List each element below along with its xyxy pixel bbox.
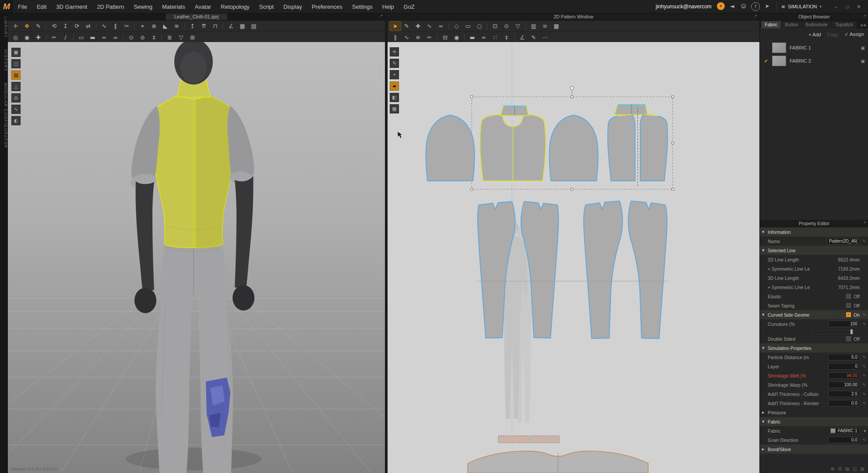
property-value[interactable]: 0 [828, 363, 860, 370]
tool-sew-edit-2d[interactable]: ✂ [424, 33, 435, 42]
edit-pencil-icon[interactable]: ▾ [860, 429, 866, 433]
property-value[interactable]: 7071.2mm [838, 285, 860, 290]
property-value[interactable]: 5.0 [828, 354, 860, 360]
status-snap-icon[interactable]: ⊟ [838, 466, 841, 471]
tool-annotation[interactable]: ✎ [528, 33, 539, 42]
tool-zipper-2d[interactable]: ‡ [501, 33, 512, 42]
property-value[interactable]: On [854, 312, 860, 318]
fabric-render-icon[interactable]: ▣ [861, 59, 865, 64]
speaker-icon[interactable]: ◄ [728, 2, 736, 10]
tool-show-grid-2d[interactable]: ▦ [390, 104, 399, 113]
edit-pencil-icon[interactable]: ✎ [860, 313, 866, 317]
tool-measure[interactable]: ∠ [226, 21, 236, 31]
tool-circle[interactable]: ○ [474, 21, 485, 31]
prop-thickness-render[interactable]: Add'l Thickness - Render 0.0 ✎ [760, 399, 868, 408]
prop-fabric[interactable]: Fabric FABRIC 1 ▾ [760, 426, 868, 435]
tabs-scroll-right[interactable]: ▶ [864, 23, 867, 27]
garment-top[interactable] [149, 94, 237, 249]
fabric-item-2[interactable]: ✔ FABRIC 2 ▣ [760, 54, 868, 67]
tool-grain-line[interactable]: ⋯ [540, 33, 550, 42]
tool-lift-up[interactable]: ↥ [187, 21, 198, 31]
tool-bind[interactable]: ∞ [110, 33, 121, 42]
edit-pencil-icon[interactable]: ✎ [860, 364, 866, 369]
tool-dart[interactable]: ▽ [176, 33, 187, 42]
menu-avatar[interactable]: Avatar [190, 0, 216, 13]
tool-tape-a[interactable]: ▭ [76, 33, 87, 42]
menu-sewing[interactable]: Sewing [129, 0, 157, 13]
tool-knife[interactable]: ∕ [60, 33, 71, 42]
tool-sew-segment[interactable]: ∥ [110, 21, 121, 31]
pattern-piece-sleeve-left[interactable] [426, 115, 474, 181]
tool-sew-edit[interactable]: ✂ [121, 21, 132, 31]
section-curved-side-geometry[interactable]: ▼ Curved Side Geome ✓ On ✎ [760, 310, 868, 319]
tool-show-avatar[interactable]: ◫ [11, 59, 21, 68]
prop-3d-line-length[interactable]: 3D Line Length 6433.2mm [760, 273, 868, 282]
tool-sew-mn[interactable]: ≋ [413, 33, 423, 42]
rail-library[interactable]: LIBRARY [2, 17, 8, 38]
checkbox[interactable] [846, 294, 851, 299]
menu-3d-garment[interactable]: 3D Garment [51, 0, 92, 13]
property-value[interactable]: 100.00 [828, 381, 860, 388]
tool-tape-b[interactable]: ▬ [87, 33, 98, 42]
pattern-piece-waistband-left[interactable] [498, 436, 529, 443]
maximize-button[interactable]: □ [843, 2, 852, 11]
section-information[interactable]: ▼ Information [760, 227, 868, 236]
prop-2d-line-length[interactable]: 2D Line Length 6522.4mm [760, 255, 868, 264]
menu-settings[interactable]: Settings [347, 0, 378, 13]
tool-pin-box[interactable]: ◎ [10, 33, 21, 42]
rail-history[interactable]: HISTORY [2, 49, 8, 71]
tool-internal-circle[interactable]: ⊙ [501, 21, 512, 31]
pattern-piece-hem-band[interactable] [468, 451, 648, 473]
tool-render-style[interactable]: ◐ [11, 116, 21, 125]
prop-curvature-slider[interactable] [760, 328, 868, 334]
tool-show-pins[interactable]: ◎ [11, 93, 21, 102]
tool-sync[interactable]: ⟳ [71, 21, 82, 31]
prop-particle-distance[interactable]: Particle Distance (m 5.0 ✎ [760, 353, 868, 362]
tool-pattern-color[interactable]: ◧ [390, 93, 399, 102]
copy-fabric-button[interactable]: Copy [827, 32, 839, 37]
menu-display[interactable]: Display [279, 0, 307, 13]
property-value[interactable]: 100 [828, 321, 860, 327]
tab-topstitch[interactable]: Topstitch [832, 21, 857, 28]
tool-detach[interactable]: ⊟ [440, 33, 451, 42]
edit-pencil-icon[interactable]: ✎ [860, 438, 866, 442]
close-button[interactable]: ✕ [854, 2, 864, 11]
tool-scissors[interactable]: ✂ [49, 33, 60, 42]
tool-pen-2d[interactable]: ✎ [390, 59, 399, 68]
prop-elastic[interactable]: Elastic Off [760, 292, 868, 301]
menu-preferences[interactable]: Preferences [307, 0, 347, 13]
property-value[interactable]: 6522.4mm [838, 257, 860, 262]
property-value[interactable]: 0.0 [828, 400, 860, 406]
add-fabric-button[interactable]: + Add [808, 32, 821, 37]
tool-edit-curve[interactable]: ∿ [424, 21, 435, 31]
tool-tack[interactable]: ⊕ [148, 21, 159, 31]
pattern-piece-waistband-right[interactable] [530, 436, 559, 443]
prop-2d-symmetric-line-length[interactable]: + Symmetric Line Le 7193.2mm [760, 264, 868, 273]
tab-fabric[interactable]: Fabric [761, 21, 781, 28]
property-value[interactable]: FABRIC 1 [828, 427, 860, 434]
minimize-button[interactable]: – [831, 2, 841, 11]
avatar-pants[interactable] [156, 239, 233, 473]
tool-select-move[interactable]: ✥ [21, 21, 32, 31]
tool-seam-allowance[interactable]: ≡ [540, 21, 550, 31]
property-value[interactable]: Pattern2D_46( [827, 238, 860, 244]
undock-icon[interactable]: ↗ [863, 14, 866, 18]
prop-grain-direction[interactable]: Grain Direction 0.0 ✎ [760, 435, 868, 445]
tool-measure-2d[interactable]: ∠ [517, 33, 528, 42]
status-view-icon[interactable]: ◫ [853, 466, 857, 471]
undock-icon[interactable]: ↗ [754, 14, 757, 18]
edit-pencil-icon[interactable]: ✎ [860, 322, 866, 326]
property-value[interactable]: Off [854, 303, 860, 308]
tool-lift-up-all[interactable]: ⇈ [198, 21, 209, 31]
status-layer-icon[interactable]: ▤ [845, 466, 849, 471]
prop-seam-taping[interactable]: Seam Taping Off [760, 301, 868, 310]
tool-pleat[interactable]: ≣ [164, 33, 175, 42]
tool-elastic[interactable]: ≈ [99, 33, 109, 42]
prop-curvature[interactable]: Curvature (% 100 ✎ [760, 319, 868, 328]
edit-pencil-icon[interactable]: ✎ [860, 355, 866, 360]
canvas-3d[interactable]: ▣◫▨△◎∿◐ [8, 42, 385, 473]
tool-needle[interactable]: ✚ [33, 33, 44, 42]
canvas-2d[interactable]: ✛✎⌖▰◧▦ [388, 42, 759, 473]
tool-edit-curvature[interactable]: ≈ [435, 21, 446, 31]
tool-grid-tri[interactable]: ▤ [248, 21, 259, 31]
